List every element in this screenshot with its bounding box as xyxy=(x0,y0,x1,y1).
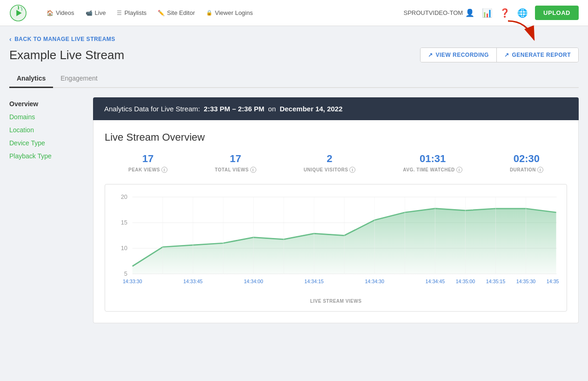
nav-playlists[interactable]: ☰ Playlists xyxy=(112,7,151,19)
sidebar-item-playback-type[interactable]: Playback Type xyxy=(9,150,86,163)
top-nav: 🏠 Videos 📹 Live ☰ Playlists ✏️ Site Edit… xyxy=(0,0,588,26)
sidebar-item-location[interactable]: Location xyxy=(9,123,86,136)
svg-text:14:33:45: 14:33:45 xyxy=(183,279,203,284)
svg-text:14:34:15: 14:34:15 xyxy=(304,279,324,284)
globe-icon[interactable]: 🌐 xyxy=(517,8,528,18)
logo[interactable] xyxy=(9,4,27,22)
total-views-info-icon[interactable]: i xyxy=(250,167,256,173)
page-header: Example Live Stream ↗ VIEW RECORDING ↗ xyxy=(9,48,579,62)
sidebar-item-domains[interactable]: Domains xyxy=(9,110,86,123)
svg-text:10: 10 xyxy=(121,245,127,252)
chart-x-axis-label: LIVE STREAM VIEWS xyxy=(113,299,559,304)
stat-duration: 02:30 DURATION i xyxy=(510,153,543,173)
back-arrow-icon: ‹ xyxy=(9,35,12,43)
stat-total-views: 17 TOTAL VIEWS i xyxy=(215,153,256,173)
duration-info-icon[interactable]: i xyxy=(537,167,543,173)
chart-container: 20 15 10 5 xyxy=(105,184,567,312)
generate-report-button[interactable]: ↗ GENERATE REPORT xyxy=(497,48,578,62)
tabs: Analytics Engagement xyxy=(9,70,579,88)
back-link[interactable]: ‹ BACK TO MANAGE LIVE STREAMS xyxy=(9,35,115,43)
nav-right: SPROUTVIDEO-TOM 👤 📊 ❓ 🌐 UPLOAD xyxy=(404,6,579,20)
body-layout: Overview Domains Location Device Type Pl… xyxy=(9,97,579,323)
svg-text:14:34:00: 14:34:00 xyxy=(244,279,263,284)
nav-viewer-logins[interactable]: 🔒 Viewer Logins xyxy=(201,7,257,19)
overview-card: Live Stream Overview 17 PEAK VIEWS i 17 … xyxy=(93,120,579,323)
upload-button[interactable]: UPLOAD xyxy=(535,6,579,20)
stat-unique-visitors: 2 UNIQUE VISITORS i xyxy=(304,153,356,173)
svg-text:15: 15 xyxy=(121,219,127,226)
svg-text:14:33:30: 14:33:30 xyxy=(123,279,142,284)
user-icon: 👤 xyxy=(465,8,474,17)
nav-videos[interactable]: 🏠 Videos xyxy=(42,7,79,19)
sidebar-item-overview[interactable]: Overview xyxy=(9,97,86,110)
nav-links: 🏠 Videos 📹 Live ☰ Playlists ✏️ Site Edit… xyxy=(42,7,393,19)
red-arrow-wrap: ↗ VIEW RECORDING ↗ GENERATE REPORT xyxy=(420,48,579,62)
svg-text:14:34:45: 14:34:45 xyxy=(426,279,445,284)
stat-avg-time: 01:31 AVG. TIME WATCHED i xyxy=(403,153,462,173)
main-content: Analytics Data for Live Stream: 2:33 PM … xyxy=(93,97,579,323)
unique-visitors-info-icon[interactable]: i xyxy=(349,167,355,173)
nav-live[interactable]: 📹 Live xyxy=(81,7,111,19)
stat-peak-views: 17 PEAK VIEWS i xyxy=(128,153,167,173)
peak-views-info-icon[interactable]: i xyxy=(161,167,167,173)
svg-text:14:35:45: 14:35:45 xyxy=(547,279,559,284)
page-title: Example Live Stream xyxy=(9,48,124,62)
tab-engagement[interactable]: Engagement xyxy=(53,70,105,88)
live-stream-chart: 20 15 10 5 xyxy=(113,192,559,294)
chart-icon: ↗ xyxy=(504,52,509,58)
sidebar-item-device-type[interactable]: Device Type xyxy=(9,136,86,150)
overview-title: Live Stream Overview xyxy=(105,131,567,143)
view-recording-button[interactable]: ↗ VIEW RECORDING xyxy=(421,48,497,62)
svg-text:14:35:00: 14:35:00 xyxy=(456,279,475,284)
sidebar: Overview Domains Location Device Type Pl… xyxy=(9,97,93,323)
svg-text:14:35:30: 14:35:30 xyxy=(516,279,536,284)
external-link-icon: ↗ xyxy=(428,52,433,58)
svg-text:14:34:30: 14:34:30 xyxy=(365,279,384,284)
svg-text:20: 20 xyxy=(121,193,127,200)
header-actions: ↗ VIEW RECORDING ↗ GENERATE REPORT xyxy=(420,48,579,62)
avg-time-info-icon[interactable]: i xyxy=(456,167,462,173)
tab-analytics[interactable]: Analytics xyxy=(9,70,53,88)
svg-text:14:35:15: 14:35:15 xyxy=(486,279,506,284)
svg-text:5: 5 xyxy=(124,270,127,277)
analytics-icon[interactable]: 📊 xyxy=(482,8,492,18)
analytics-banner: Analytics Data for Live Stream: 2:33 PM … xyxy=(93,97,579,120)
help-icon[interactable]: ❓ xyxy=(500,8,510,18)
nav-site-editor[interactable]: ✏️ Site Editor xyxy=(153,7,200,19)
stats-row: 17 PEAK VIEWS i 17 TOTAL VIEWS i xyxy=(105,153,567,173)
nav-user[interactable]: SPROUTVIDEO-TOM 👤 xyxy=(404,8,475,17)
